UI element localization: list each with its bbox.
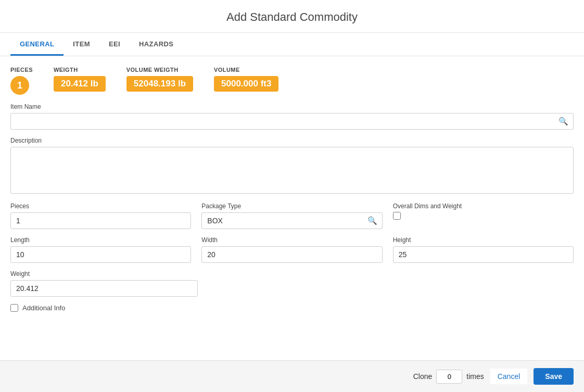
width-group: Width — [201, 236, 382, 263]
pieces-label: Pieces — [10, 203, 191, 210]
page-title-bar: Add Standard Commodity — [0, 0, 584, 33]
overall-dims-group: Overall Dims and Weight — [393, 203, 574, 229]
package-type-input[interactable] — [201, 212, 382, 229]
stat-volume-value: 5000.000 ft3 — [214, 76, 278, 92]
tab-hazards[interactable]: HAZARDS — [130, 33, 183, 56]
overall-dims-row — [393, 210, 574, 220]
stat-volume: VOLUME 5000.000 ft3 — [214, 67, 278, 92]
stat-pieces-value: 1 — [10, 76, 29, 95]
length-group: Length — [10, 236, 191, 263]
row-pieces-package: Pieces Package Type 🔍 Overall Dims and W… — [10, 203, 574, 229]
length-label: Length — [10, 236, 191, 244]
tab-item[interactable]: ITEM — [64, 33, 99, 56]
weight-group: Weight — [10, 270, 198, 297]
stat-weight: WEIGTH 20.412 lb — [54, 67, 106, 92]
stat-volume-label: VOLUME — [214, 67, 278, 73]
height-input[interactable] — [393, 246, 574, 263]
additional-info-checkbox[interactable] — [10, 304, 18, 312]
additional-info-group: Additional Info — [10, 304, 574, 312]
stat-pieces-label: PIECES — [10, 67, 33, 73]
package-search-icon[interactable]: 🔍 — [367, 216, 377, 225]
additional-info-label[interactable]: Additional Info — [10, 304, 574, 312]
description-input[interactable] — [10, 147, 574, 194]
width-input[interactable] — [201, 246, 382, 263]
item-name-input-wrapper: 🔍 — [10, 113, 574, 130]
item-name-label: Item Name — [10, 103, 574, 110]
weight-input[interactable] — [10, 280, 198, 297]
pieces-group: Pieces — [10, 203, 191, 229]
stats-row: PIECES 1 WEIGTH 20.412 lb VOLUME WEIGTH … — [0, 56, 584, 103]
package-type-label: Package Type — [201, 203, 382, 210]
package-type-input-wrapper: 🔍 — [201, 212, 382, 229]
tab-general[interactable]: GENERAL — [10, 33, 64, 56]
length-input[interactable] — [10, 246, 191, 263]
description-label: Description — [10, 137, 574, 144]
stat-volume-weight-value: 52048.193 lb — [126, 76, 193, 92]
height-group: Height — [393, 236, 574, 263]
stat-pieces: PIECES 1 — [10, 67, 33, 95]
overall-dims-label: Overall Dims and Weight — [393, 203, 574, 210]
page-title: Add Standard Commodity — [0, 10, 584, 24]
item-name-input[interactable] — [10, 113, 574, 130]
weight-label: Weight — [10, 270, 198, 277]
width-label: Width — [201, 236, 382, 244]
row-dimensions: Length Width Height — [10, 236, 574, 263]
tabs-bar: GENERAL ITEM EEI HAZARDS — [0, 33, 584, 56]
main-content: Item Name 🔍 Description Pieces Package T… — [0, 103, 584, 312]
overall-dims-checkbox[interactable] — [393, 212, 401, 220]
stat-weight-value: 20.412 lb — [54, 76, 106, 92]
height-label: Height — [393, 236, 574, 244]
stat-volume-weight-label: VOLUME WEIGTH — [126, 67, 193, 73]
description-group: Description — [10, 137, 574, 195]
item-name-group: Item Name 🔍 — [10, 103, 574, 130]
search-icon[interactable]: 🔍 — [558, 117, 568, 126]
package-type-group: Package Type 🔍 — [201, 203, 382, 229]
stat-volume-weight: VOLUME WEIGTH 52048.193 lb — [126, 67, 193, 92]
additional-info-text: Additional Info — [22, 304, 65, 312]
stat-weight-label: WEIGTH — [54, 67, 106, 73]
pieces-input[interactable] — [10, 212, 191, 229]
tab-eei[interactable]: EEI — [99, 33, 130, 56]
